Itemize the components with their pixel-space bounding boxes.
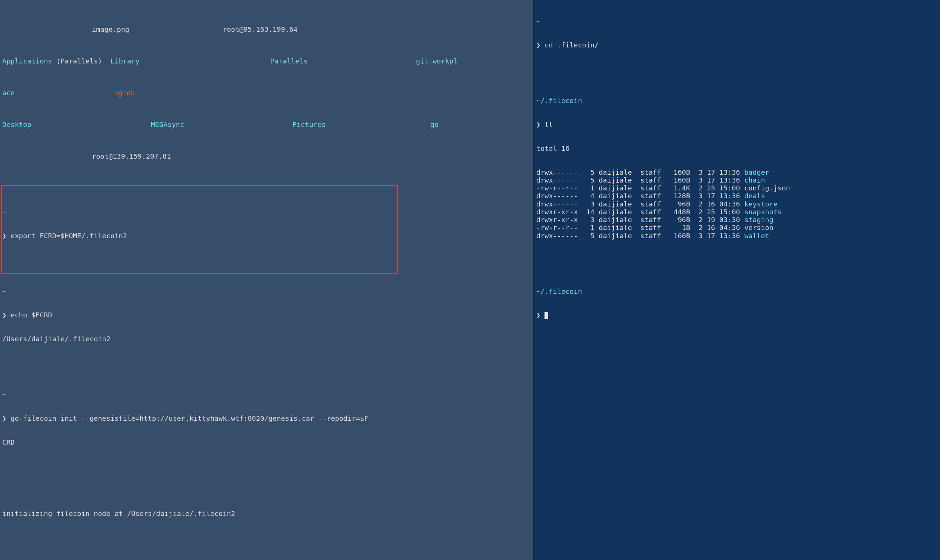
ll-filename: version bbox=[744, 224, 774, 231]
ll-filename: keystore bbox=[744, 200, 778, 208]
ll-meta: -rw-r--r-- 1 daijiale staff 1B 2 16 04:3… bbox=[536, 224, 744, 231]
ll-meta: drwx------ 5 daijiale staff 160B 3 17 13… bbox=[536, 176, 744, 184]
ll-meta: drwx------ 3 daijiale staff 96B 2 16 04:… bbox=[536, 200, 744, 208]
split-terminal: image.pngroot@95.163.199.64 Applications… bbox=[0, 0, 940, 560]
ll-meta: drwxr-xr-x 14 daijiale staff 448B 2 25 1… bbox=[536, 208, 744, 216]
cwd-tilde: ~ bbox=[2, 288, 531, 295]
dir-parallels2: Parallels bbox=[270, 57, 308, 65]
text-parallels1: (Parallels) bbox=[56, 57, 102, 65]
header-row-3: DesktopMEGAsyncPicturesgo bbox=[2, 121, 531, 128]
dir-gitworkpl: git-workpl bbox=[416, 57, 458, 65]
ll-filename: wallet bbox=[744, 232, 769, 240]
cmd-init-1: go-filecoin init --genesisfile=http://us… bbox=[11, 414, 368, 422]
ll-meta: drwx------ 5 daijiale staff 160B 3 17 13… bbox=[536, 168, 744, 176]
ll-meta: drwx------ 5 daijiale staff 160B 3 17 13… bbox=[536, 232, 744, 240]
cwd-tilde: ~ bbox=[536, 17, 938, 25]
ll-row: -rw-r--r-- 1 daijiale staff 1B 2 16 04:3… bbox=[536, 224, 938, 231]
ll-filename: badger bbox=[744, 168, 769, 176]
host-1: root@95.163.199.64 bbox=[223, 25, 297, 33]
ll-meta: drwx------ 4 daijiale staff 128B 3 17 13… bbox=[536, 192, 744, 200]
prompt-symbol: ❯ bbox=[536, 41, 540, 49]
ll-row: drwx------ 5 daijiale staff 160B 3 17 13… bbox=[536, 168, 938, 176]
prompt-symbol: ❯ bbox=[536, 121, 540, 128]
ll-row: drwx------ 5 daijiale staff 160B 3 17 13… bbox=[536, 176, 938, 184]
dir-ace: ace bbox=[2, 89, 15, 97]
header-row-1: Applications (Parallels) LibraryParallel… bbox=[2, 57, 531, 65]
cmd-init-2: CRD bbox=[2, 438, 531, 446]
ll-listing-right: drwx------ 5 daijiale staff 160B 3 17 13… bbox=[536, 168, 938, 240]
echo-output: /Users/daijiale/.filecoin2 bbox=[2, 335, 531, 343]
prompt-symbol: ❯ bbox=[2, 414, 6, 422]
cmd-ll: ll bbox=[544, 121, 553, 128]
prompt-cd-filecoin[interactable]: ❯ cd .filecoin/ bbox=[536, 41, 938, 49]
ll-row: drwxr-xr-x 14 daijiale staff 448B 2 25 1… bbox=[536, 208, 938, 216]
cmd-echo: echo $FCRD bbox=[11, 311, 52, 319]
ll-filename: config.json bbox=[744, 184, 790, 192]
dir-pictures: Pictures bbox=[293, 121, 326, 128]
highlight-box bbox=[1, 185, 398, 274]
prompt-ll-right[interactable]: ❯ ll bbox=[536, 121, 938, 128]
cursor-icon bbox=[544, 312, 548, 319]
ll-filename: staging bbox=[744, 216, 774, 224]
ll-row: drwxr-xr-x 3 daijiale staff 96B 2 19 03:… bbox=[536, 216, 938, 224]
ll-row: -rw-r--r-- 1 daijiale staff 1.4K 2 25 15… bbox=[536, 184, 938, 192]
ll-row: drwx------ 5 daijiale staff 160B 3 17 13… bbox=[536, 232, 938, 240]
prompt-echo[interactable]: ❯ echo $FCRD bbox=[2, 311, 531, 319]
ll-filename: snapshots bbox=[744, 208, 782, 216]
header-row-2: acengrok bbox=[2, 89, 531, 97]
prompt-symbol: ❯ bbox=[2, 232, 6, 240]
dir-applications: Applications bbox=[2, 57, 52, 65]
prompt-final[interactable]: ❯ bbox=[536, 311, 938, 319]
ll-meta: drwxr-xr-x 3 daijiale staff 96B 2 19 03:… bbox=[536, 216, 744, 224]
header-row-4: root@139.159.207.81 bbox=[2, 152, 531, 160]
cwd-filecoin: ~/.filecoin bbox=[536, 97, 938, 105]
cwd-tilde: ~ bbox=[2, 208, 531, 216]
terminal-pane-right[interactable]: ~ ❯ cd .filecoin/ ~/.filecoin ❯ ll total… bbox=[534, 0, 940, 560]
exe-ngrok: ngrok bbox=[114, 89, 135, 97]
header-row-0: image.pngroot@95.163.199.64 bbox=[2, 25, 531, 33]
ll-total-right: total 16 bbox=[536, 145, 938, 152]
dir-megasync: MEGAsync bbox=[151, 121, 184, 128]
cwd-tilde: ~ bbox=[2, 391, 531, 398]
prompt-export[interactable]: ❯ export FCRD=$HOME/.filecoin2 bbox=[2, 232, 531, 240]
terminal-pane-left[interactable]: image.pngroot@95.163.199.64 Applications… bbox=[0, 0, 534, 560]
dir-go: go bbox=[430, 121, 438, 128]
ll-row: drwx------ 4 daijiale staff 128B 3 17 13… bbox=[536, 192, 938, 200]
ll-filename: chain bbox=[744, 176, 765, 184]
dir-desktop: Desktop bbox=[2, 121, 31, 128]
ll-filename: deals bbox=[744, 192, 765, 200]
dir-library: Library bbox=[111, 57, 140, 65]
prompt-init[interactable]: ❯ go-filecoin init --genesisfile=http://… bbox=[2, 414, 531, 422]
file-imagepng: image.png bbox=[92, 25, 129, 33]
cmd-export: export FCRD=$HOME/.filecoin2 bbox=[11, 232, 127, 240]
ll-row: drwx------ 3 daijiale staff 96B 2 16 04:… bbox=[536, 200, 938, 208]
init-output: initializing filecoin node at /Users/dai… bbox=[2, 509, 531, 517]
cwd-filecoin: ~/.filecoin bbox=[536, 288, 938, 295]
prompt-symbol: ❯ bbox=[2, 311, 6, 319]
host-2: root@139.159.207.81 bbox=[92, 152, 171, 160]
ll-meta: -rw-r--r-- 1 daijiale staff 1.4K 2 25 15… bbox=[536, 184, 744, 192]
cmd-cd-filecoin: cd .filecoin/ bbox=[544, 41, 599, 49]
prompt-symbol: ❯ bbox=[536, 311, 540, 319]
